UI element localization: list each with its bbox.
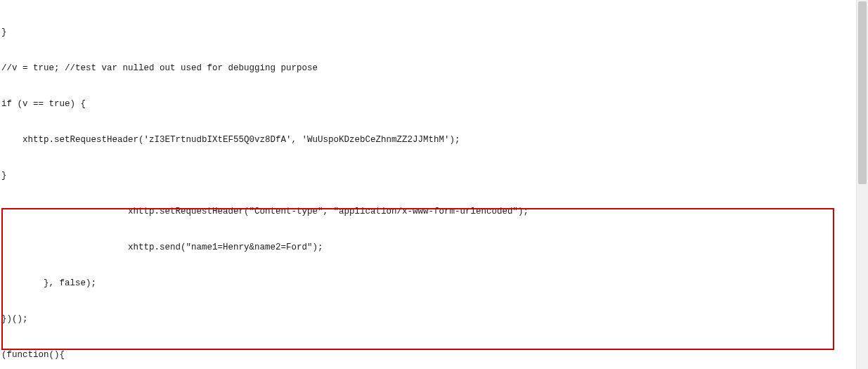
code-line: (function(){ — [1, 349, 868, 361]
code-line: } — [1, 170, 868, 182]
code-line: xhttp.send("name1=Henry&name2=Ford"); — [1, 242, 868, 254]
vertical-scrollbar-track[interactable] — [856, 0, 868, 369]
code-line: })(); — [1, 313, 868, 325]
code-line: //v = true; //test var nulled out used f… — [1, 63, 868, 75]
code-line: } — [1, 27, 868, 39]
code-line: if (v == true) { — [1, 98, 868, 110]
code-line: }, false); — [1, 278, 868, 290]
code-line: xhttp.setRequestHeader('zI3ETrtnudbIXtEF… — [1, 134, 868, 146]
code-viewport: } //v = true; //test var nulled out used… — [0, 0, 868, 369]
code-line: xhttp.setRequestHeader("Content-type", "… — [1, 206, 868, 218]
vertical-scrollbar-thumb[interactable] — [858, 1, 867, 184]
